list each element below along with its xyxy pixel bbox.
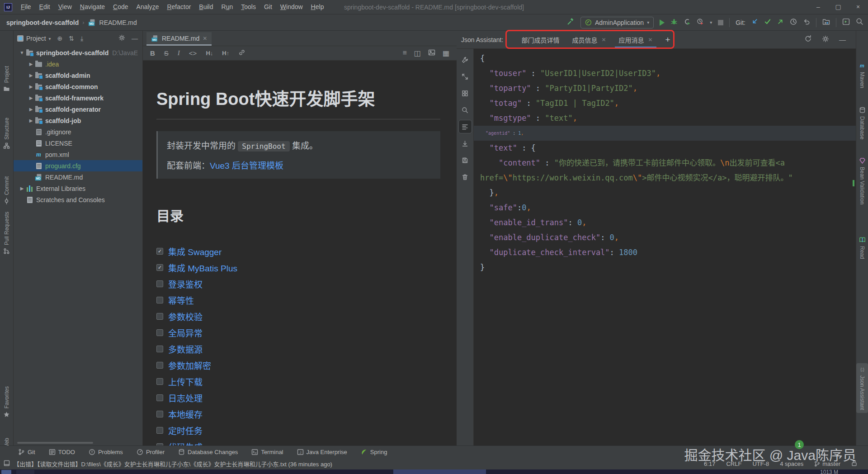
insert-image-icon[interactable] (428, 49, 435, 58)
tool-strip-read[interactable]: Read (856, 237, 868, 259)
chevron-collapsed-icon[interactable]: ▶ (18, 186, 26, 191)
toc-link[interactable]: 代码生成 (168, 441, 203, 446)
tool-strip-bean-validation[interactable]: Bean Validation (856, 157, 868, 204)
toc-link[interactable]: 集成 MyBatis Plus (168, 261, 237, 274)
tree-row[interactable]: ▶scaffold-job (14, 115, 142, 126)
tool-window-button-git[interactable]: Git (18, 449, 35, 455)
expand-all-icon[interactable]: ⇅ (69, 35, 74, 42)
toc-link[interactable]: 参数校验 (168, 310, 203, 322)
menu-code[interactable]: Code (109, 0, 132, 14)
italic-icon[interactable]: I (178, 49, 180, 57)
chevron-expanded-icon[interactable]: ▼ (18, 50, 26, 55)
tool-strip-structure[interactable]: Structure (0, 118, 13, 149)
tool-window-button-profiler[interactable]: Profiler (137, 449, 165, 455)
toc-link[interactable]: 定时任务 (168, 424, 203, 436)
json-tool-import-icon[interactable] (459, 137, 472, 150)
tree-row[interactable]: ▶scaffold-common (14, 81, 142, 92)
chevron-collapsed-icon[interactable]: ▶ (27, 95, 35, 100)
run-button[interactable] (660, 19, 665, 26)
tree-row[interactable]: ▶scaffold-generator (14, 104, 142, 115)
tree-row[interactable]: ▶.idea (14, 58, 142, 70)
tree-row[interactable]: MDREADME.md (14, 171, 142, 183)
status-message[interactable]: 【出错】【读取文件出错】D:\files\《成长》女护士长肖琳和儿子小东\《成长… (14, 460, 332, 468)
tree-row[interactable]: Scratches and Consoles (14, 194, 142, 205)
search-everywhere-icon[interactable] (856, 18, 863, 27)
insert-table-icon[interactable]: ▦ (443, 49, 449, 58)
chevron-collapsed-icon[interactable]: ▶ (27, 107, 35, 112)
json-tool-format-lines-icon[interactable] (459, 120, 472, 133)
toc-link[interactable]: 参数加解密 (168, 359, 211, 371)
menu-navigate[interactable]: Navigate (76, 0, 109, 14)
close-tab-icon[interactable]: ✕ (601, 37, 606, 43)
toc-link[interactable]: 集成 Swagger (168, 245, 222, 257)
chevron-down-icon[interactable]: ▾ (710, 20, 712, 25)
chevron-collapsed-icon[interactable]: ▶ (27, 84, 35, 89)
editor-tab-readme[interactable]: MD README.md ✕ (146, 32, 212, 46)
strikethrough-icon[interactable]: S (164, 49, 169, 57)
toc-link[interactable]: 上传下载 (168, 375, 203, 388)
build-hammer-icon[interactable] (567, 18, 575, 27)
close-tab-icon[interactable]: ✕ (203, 35, 207, 42)
coverage-icon[interactable] (684, 18, 691, 27)
tool-window-button-terminal[interactable]: Terminal (251, 449, 283, 455)
toc-link[interactable]: 全局异常 (168, 327, 203, 339)
git-push-icon[interactable] (777, 18, 784, 27)
menu-analyze[interactable]: Analyze (132, 0, 163, 14)
run-configuration-select[interactable]: AdminApplication ▾ (580, 17, 654, 28)
add-tab-icon[interactable]: + (659, 35, 677, 45)
vue3-template-link[interactable]: Vue3 后台管理模板 (210, 161, 283, 171)
tree-row[interactable]: ▶External Libraries (14, 183, 142, 194)
profiler-icon[interactable] (697, 18, 704, 27)
json-tool-panes-icon[interactable] (459, 87, 472, 100)
tool-strip-project[interactable]: Project (0, 66, 13, 92)
tree-row[interactable]: mpom.xml (14, 149, 142, 160)
json-tab[interactable]: 部门成员详情 (515, 31, 566, 48)
locate-file-icon[interactable]: ⊕ (57, 35, 63, 42)
project-view-select[interactable]: Project ▾ (17, 35, 51, 42)
hide-panel-icon[interactable]: — (839, 36, 846, 43)
chevron-collapsed-icon[interactable]: ▶ (27, 73, 35, 78)
breadcrumb-file[interactable]: README.md (99, 19, 137, 26)
link-icon[interactable] (238, 49, 245, 57)
breadcrumb-project[interactable]: springboot-dev-scaffold (6, 19, 79, 26)
menu-run[interactable]: Run (217, 0, 237, 14)
menu-help[interactable]: Help (307, 0, 328, 14)
tree-row[interactable]: proguard.cfg (14, 160, 142, 171)
status-panel-icon[interactable] (4, 460, 10, 468)
toc-link[interactable]: 多数据源 (168, 343, 203, 355)
editor-view-icon[interactable]: ≡ (402, 49, 406, 58)
tool-strip-maven[interactable]: mMaven (856, 62, 868, 88)
menu-edit[interactable]: Edit (35, 0, 54, 14)
tree-row[interactable]: ▶scaffold-admin (14, 70, 142, 81)
menu-file[interactable]: File (17, 0, 35, 14)
close-icon[interactable]: × (848, 0, 868, 14)
json-tool-expand-icon[interactable] (459, 70, 472, 83)
json-editor[interactable]: { "touser" : "UserID1|UserID2|UserID3", … (474, 49, 856, 446)
chevron-collapsed-icon[interactable]: ▶ (27, 118, 35, 123)
tool-window-button-spring[interactable]: Spring (361, 449, 387, 455)
maximize-icon[interactable]: ▢ (828, 0, 848, 14)
tool-strip-commit[interactable]: Commit (0, 176, 13, 204)
tool-strip-json-assistant[interactable]: {;}Json Assistant (856, 363, 868, 413)
tree-row[interactable]: LICENSE (14, 137, 142, 149)
tool-window-button-todo[interactable]: TODO (49, 449, 75, 455)
minimize-icon[interactable]: – (808, 0, 828, 14)
tool-window-button-database-changes[interactable]: Database Changes (178, 449, 238, 455)
json-tool-save-icon[interactable] (459, 154, 472, 166)
heading-up-icon[interactable]: H↑ (222, 50, 229, 57)
menu-refactor[interactable]: Refactor (163, 0, 195, 14)
json-tool-wrench-icon[interactable] (459, 53, 472, 66)
menu-view[interactable]: View (54, 0, 76, 14)
history-clock-icon[interactable] (790, 18, 797, 27)
menu-git[interactable]: Git (260, 0, 276, 14)
tool-window-button-java-enterprise[interactable]: JJava Enterprise (297, 449, 347, 455)
toc-link[interactable]: 登录鉴权 (168, 278, 203, 290)
json-tool-trash-icon[interactable] (459, 171, 472, 183)
tool-window-button-problems[interactable]: Problems (89, 449, 123, 455)
split-view-icon[interactable]: ◫ (414, 49, 421, 58)
project-settings-gear-icon[interactable] (118, 34, 125, 43)
tree-row[interactable]: ▶scaffold-framework (14, 92, 142, 104)
hide-panel-icon[interactable]: — (132, 35, 138, 42)
rollback-icon[interactable] (803, 18, 810, 27)
git-update-icon[interactable] (751, 18, 758, 27)
